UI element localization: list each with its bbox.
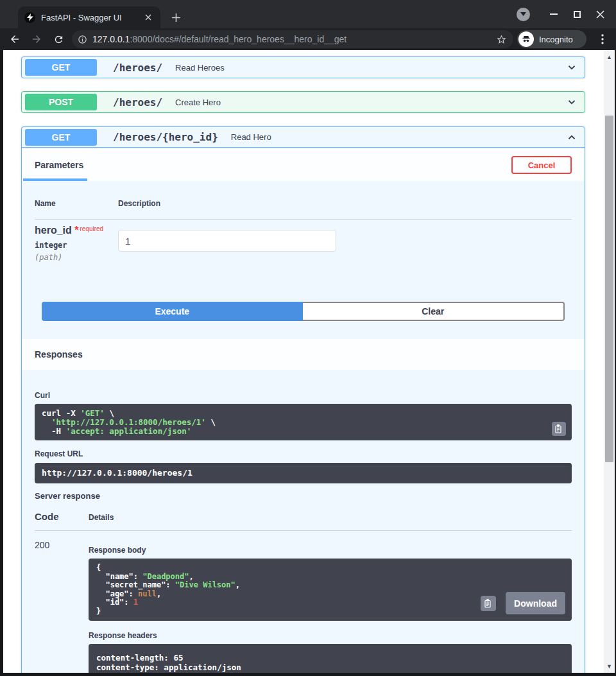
description-column-header: Description: [118, 199, 160, 219]
response-headers-label: Response headers: [89, 631, 572, 640]
opblock-summary: Read Hero: [231, 132, 565, 142]
required-label: required: [80, 225, 103, 232]
scrollbar-thumb[interactable]: [605, 116, 613, 462]
response-headers-value: content-length: 65 content-type: applica…: [96, 653, 564, 673]
code-column-header: Code: [35, 511, 89, 522]
opblock-header-get-hero-id[interactable]: GET /heroes/{hero_id} Read Hero: [22, 127, 585, 148]
json-token: "Deadpond": [142, 572, 189, 581]
opblock-summary: Read Heroes: [175, 63, 565, 73]
parameters-tab-label: Parameters: [35, 160, 83, 170]
parameter-row: hero_id *required integer (path): [35, 225, 572, 262]
name-column-header: Name: [35, 199, 118, 219]
response-table-header: Code Details: [35, 511, 572, 531]
request-url-value: http://127.0.0.1:8000/heroes/1: [42, 469, 565, 478]
window-close-button[interactable]: [592, 6, 608, 22]
method-badge-get: GET: [25, 129, 97, 146]
json-token: { "name":: [96, 563, 142, 581]
opblock-header-post-heroes[interactable]: POST /heroes/ Create Hero: [22, 92, 585, 112]
new-tab-icon[interactable]: [169, 11, 182, 24]
url-bar[interactable]: 127.0.0.1:8000/docs#/default/read_hero_h…: [72, 30, 513, 48]
browser-menu-icon[interactable]: [594, 31, 611, 48]
required-star: *: [74, 225, 78, 236]
active-tab-underline: [23, 178, 87, 181]
cancel-button[interactable]: Cancel: [511, 156, 572, 174]
method-badge-post: POST: [25, 94, 97, 110]
download-button[interactable]: Download: [506, 592, 565, 614]
url-host: 127.0.0.1: [92, 34, 130, 44]
hero-id-input[interactable]: [118, 230, 336, 252]
copy-response-button[interactable]: [481, 596, 496, 611]
opblock-path: /heroes/: [113, 62, 162, 74]
json-token: null: [138, 589, 157, 598]
incognito-badge: Incognito: [517, 30, 586, 48]
curl-label: Curl: [35, 391, 572, 400]
json-token: }: [96, 607, 101, 616]
bookmark-star-icon[interactable]: [496, 34, 507, 45]
curl-token: curl -X: [42, 408, 80, 418]
server-response-label: Server response: [35, 491, 572, 501]
tab-parameters[interactable]: Parameters: [35, 149, 83, 181]
url-path: :8000/docs#/default/read_hero_heroes__he…: [130, 34, 346, 44]
opblock-post-heroes: POST /heroes/ Create Hero: [21, 91, 585, 113]
chevron-down-icon[interactable]: [565, 96, 578, 108]
chevron-up-icon[interactable]: [565, 131, 578, 144]
json-token: "Dive Wilson": [175, 580, 235, 589]
opblock-path: /heroes/: [113, 96, 162, 108]
request-url-label: Request URL: [35, 449, 572, 458]
swagger-page: GET /heroes/ Read Heroes POST /heroes/ C…: [3, 50, 604, 673]
site-info-icon[interactable]: [78, 35, 87, 44]
browser-titlebar: FastAPI - Swagger UI: [0, 0, 616, 28]
forward-icon[interactable]: [28, 31, 45, 48]
parameter-location: (path): [35, 253, 118, 262]
opblock-header-get-heroes[interactable]: GET /heroes/ Read Heroes: [22, 57, 585, 78]
curl-token: 'accept: application/json': [66, 426, 192, 436]
tab-title: FastAPI - Swagger UI: [41, 13, 137, 22]
incognito-label: Incognito: [539, 35, 573, 44]
chevron-down-icon[interactable]: [565, 61, 578, 74]
opblock-summary: Create Hero: [175, 98, 565, 107]
response-body-label: Response body: [89, 546, 572, 555]
parameter-name-cell: hero_id *required integer (path): [35, 225, 118, 262]
scrollbar-down-icon[interactable]: ▼: [604, 661, 615, 672]
back-icon[interactable]: [6, 31, 23, 48]
responses-content: Curl curl -X 'GET' \ 'http://127.0.0.1:8…: [35, 370, 572, 673]
request-url-block: http://127.0.0.1:8000/heroes/1: [35, 463, 572, 483]
response-headers-block: content-length: 65 content-type: applica…: [89, 644, 572, 673]
parameter-name: hero_id: [35, 225, 72, 236]
responses-section-header: Responses: [22, 339, 585, 370]
execute-button[interactable]: Execute: [42, 302, 303, 321]
clear-button[interactable]: Clear: [303, 302, 565, 321]
incognito-icon: [518, 31, 534, 47]
method-badge-get: GET: [25, 59, 97, 76]
execute-row: Execute Clear: [42, 302, 565, 321]
parameter-description-cell: [118, 225, 336, 262]
page-scrollbar[interactable]: ▲ ▼: [604, 50, 615, 673]
opblock-get-hero-id: GET /heroes/{hero_id} Read Hero Paramete…: [21, 126, 585, 673]
parameters-column-headers: Name Description: [35, 199, 572, 220]
responses-title: Responses: [35, 349, 83, 360]
response-row: 200 Response body { "name": "Deadpond", …: [35, 531, 572, 673]
browser-update-icon[interactable]: [517, 8, 530, 21]
url-text: 127.0.0.1:8000/docs#/default/read_hero_h…: [92, 34, 491, 44]
opblock-get-heroes: GET /heroes/ Read Heroes: [21, 56, 585, 78]
fastapi-favicon-icon: [24, 12, 35, 23]
window-maximize-button[interactable]: [569, 6, 585, 22]
scrollbar-up-icon[interactable]: ▲: [604, 51, 615, 62]
curl-token: 'GET': [80, 408, 105, 418]
curl-code-block: curl -X 'GET' \ 'http://127.0.0.1:8000/h…: [35, 404, 572, 440]
browser-tab[interactable]: FastAPI - Swagger UI: [18, 6, 160, 28]
opblock-path: /heroes/{hero_id}: [113, 131, 218, 143]
reload-icon[interactable]: [50, 31, 67, 48]
curl-token: 'http://127.0.0.1:8000/heroes/1': [51, 417, 206, 427]
details-column-header: Details: [89, 513, 114, 522]
parameter-type: integer: [35, 241, 118, 250]
status-code: 200: [35, 540, 89, 673]
response-body-block: { "name": "Deadpond", "secret_name": "Di…: [89, 559, 572, 621]
tab-close-icon[interactable]: [142, 12, 154, 23]
parameters-section-header: Parameters Cancel: [22, 149, 585, 181]
window-minimize-button[interactable]: [545, 6, 562, 22]
browser-toolbar: 127.0.0.1:8000/docs#/default/read_hero_h…: [0, 28, 616, 50]
json-token: 1: [133, 598, 138, 607]
copy-curl-button[interactable]: [552, 422, 566, 436]
